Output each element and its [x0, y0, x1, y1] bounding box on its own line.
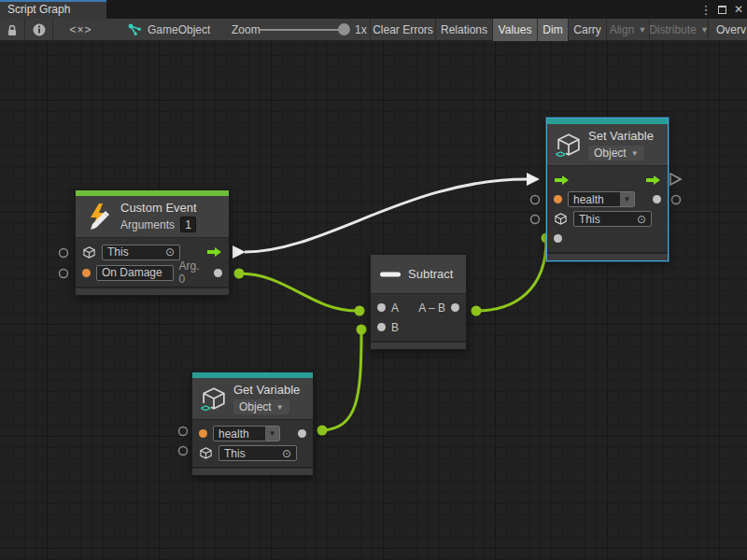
variable-scope-dropdown[interactable]: Object ▼: [233, 399, 289, 414]
node-footer: [547, 252, 668, 260]
chevron-down-icon: ▼: [265, 427, 279, 441]
input-b-port[interactable]: [377, 323, 386, 331]
value-in-port[interactable]: [554, 234, 562, 243]
flow-port-outline[interactable]: [670, 174, 681, 185]
node-subtract[interactable]: Subtract A A – B B: [370, 254, 467, 350]
cube-icon: [554, 212, 568, 226]
cube-icon: [82, 245, 96, 259]
node-set-variable[interactable]: <> Set Variable Object ▼: [546, 118, 669, 261]
node-title: Custom Event: [120, 201, 197, 215]
input-b-label: B: [391, 321, 399, 334]
node-title: Get Variable: [233, 383, 300, 397]
script-graph-asset-icon: [128, 23, 142, 36]
lock-icon: [7, 24, 18, 36]
port-outline[interactable]: [179, 427, 188, 436]
graph-target-label: GameObject: [148, 23, 210, 36]
target-field[interactable]: This ⊙: [218, 445, 297, 461]
tab-title: Script Graph: [7, 3, 70, 16]
arg0-label: Arg. 0: [179, 259, 208, 286]
chevron-down-icon: ▼: [276, 403, 284, 412]
maximize-icon[interactable]: [713, 0, 730, 19]
overview-button[interactable]: Overv: [708, 19, 747, 41]
clear-errors-button[interactable]: Clear Errors: [370, 19, 435, 41]
edit-graph-button[interactable]: <×>: [52, 19, 108, 41]
wire-arg0-to-a[interactable]: [239, 273, 358, 311]
wire-getvar-to-b[interactable]: [322, 331, 361, 430]
event-name-field[interactable]: On Damage: [96, 265, 174, 281]
flow-out-port[interactable]: [645, 175, 661, 186]
graph-toolbar: <×> GameObject Zoom 1x Clear Errors Rela…: [0, 19, 747, 41]
node-title: Subtract: [408, 267, 453, 281]
chevron-down-icon: ▼: [638, 25, 646, 35]
flow-arrowhead-start: [233, 245, 246, 259]
carry-button[interactable]: Carry: [568, 19, 606, 41]
chevron-down-icon: ▼: [620, 192, 634, 206]
node-footer: [76, 287, 229, 295]
port-outline[interactable]: [531, 196, 540, 204]
arguments-count-field[interactable]: 1: [180, 217, 196, 232]
port-outline[interactable]: [179, 447, 188, 455]
dim-button[interactable]: Dim: [537, 19, 568, 41]
node-get-variable[interactable]: <> Get Variable Object ▼ healt: [191, 371, 314, 476]
variable-scope-dropdown[interactable]: Object ▼: [588, 146, 644, 161]
variable-name-dropdown[interactable]: health ▼: [213, 426, 280, 441]
wire-result-to-setvar[interactable]: [476, 240, 546, 311]
node-footer: [192, 467, 313, 475]
input-a-port[interactable]: [377, 303, 386, 312]
distribute-button[interactable]: Distribute ▼: [649, 19, 708, 41]
target-field[interactable]: This ⊙: [573, 211, 652, 227]
node-footer: [371, 341, 466, 349]
zoom-label: Zoom: [232, 19, 261, 41]
info-icon: [33, 23, 46, 36]
align-button[interactable]: Align ▼: [606, 19, 649, 41]
wire-flow[interactable]: [245, 179, 527, 252]
cube-icon: [199, 446, 213, 460]
custom-event-icon: [85, 202, 113, 231]
port-outline[interactable]: [672, 196, 681, 204]
arg0-port[interactable]: [214, 269, 222, 277]
arguments-label: Arguments: [120, 218, 175, 231]
value-out-port[interactable]: [298, 429, 306, 438]
port-outline[interactable]: [531, 216, 540, 224]
output-label: A – B: [418, 301, 445, 315]
script-graph-window: Script Graph ⋮ ✕ <×>: [0, 0, 747, 560]
port-outline[interactable]: [60, 270, 68, 278]
variable-name-port[interactable]: [199, 429, 207, 438]
scripting-icon: <>: [200, 403, 211, 413]
values-button[interactable]: Values: [492, 19, 537, 41]
result-port[interactable]: [451, 303, 459, 312]
input-a-label: A: [391, 301, 399, 315]
target-field[interactable]: This ⊙: [102, 245, 180, 260]
relations-button[interactable]: Relations: [435, 19, 492, 41]
window-menu-icon[interactable]: ⋮: [698, 0, 713, 19]
variable-name-port[interactable]: [554, 195, 562, 203]
flow-out-port[interactable]: [206, 246, 222, 258]
subtract-icon: [380, 272, 401, 277]
close-icon[interactable]: ✕: [730, 0, 747, 19]
port-outline[interactable]: [60, 249, 68, 258]
zoom-slider-track[interactable]: [260, 29, 344, 31]
object-picker-icon: ⊙: [637, 214, 646, 225]
lock-button[interactable]: [0, 19, 24, 41]
event-port[interactable]: [82, 269, 91, 277]
zoom-slider-handle[interactable]: [338, 23, 350, 35]
graph-canvas[interactable]: Custom Event Arguments 1 This ⊙: [0, 41, 747, 560]
graph-target-group[interactable]: GameObject: [128, 19, 210, 41]
flow-in-port[interactable]: [554, 175, 570, 186]
object-picker-icon: ⊙: [282, 448, 291, 459]
variable-name-dropdown[interactable]: health ▼: [568, 191, 635, 207]
code-icon: <×>: [69, 23, 92, 36]
object-picker-icon: ⊙: [165, 246, 175, 258]
tab-script-graph[interactable]: Script Graph: [0, 0, 106, 19]
flow-arrowhead-end: [527, 173, 540, 186]
tab-bar: Script Graph ⋮ ✕: [0, 0, 747, 19]
chevron-down-icon: ▼: [631, 149, 639, 158]
scripting-icon: <>: [555, 149, 566, 160]
zoom-value: 1x: [355, 19, 367, 41]
inspect-button[interactable]: [24, 19, 52, 41]
node-custom-event[interactable]: Custom Event Arguments 1 This ⊙: [75, 189, 230, 296]
node-title: Set Variable: [588, 129, 654, 143]
value-out-port[interactable]: [653, 195, 661, 203]
